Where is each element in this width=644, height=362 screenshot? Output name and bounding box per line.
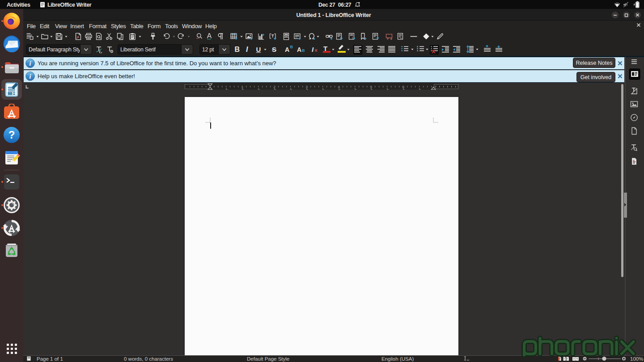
svg-text:?: ? xyxy=(8,129,15,141)
